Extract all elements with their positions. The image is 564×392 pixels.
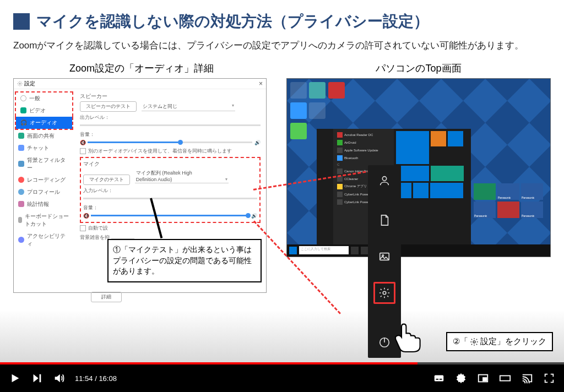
callout-1: ①「マイクテスト」が出来るという事はプライバシーの設定の問題である可能性がありま… xyxy=(107,239,262,282)
speaker-volume-slider[interactable]: 🔇🔊 xyxy=(80,139,261,146)
desktop-tile[interactable] xyxy=(474,183,496,200)
desktop-screenshot: Panasonic Panasonic Panasonic Panasonic … xyxy=(286,78,551,257)
right-caption: パソコンのTop画面 xyxy=(286,62,551,75)
start-menu-item[interactable]: Acrobat Reader DC xyxy=(335,131,392,139)
start-menu-item[interactable]: Apple Software Update xyxy=(335,146,392,154)
start-tile[interactable] xyxy=(430,183,463,198)
left-caption: Zoom設定の「オーディオ」詳細 xyxy=(13,62,270,75)
mic-volume-slider[interactable]: 🔇🔊 xyxy=(83,213,257,219)
mic-test-button[interactable]: マイクのテスト xyxy=(83,175,130,185)
speaker-section-title: スピーカー xyxy=(80,92,261,100)
taskbar-search[interactable]: ここに入力して検索 xyxy=(299,246,349,254)
slide-title: マイクを認識しない際の対処方法（プライバシー設定） xyxy=(36,11,429,32)
sidebar-item-stats[interactable]: 統計情報 xyxy=(14,198,74,210)
hand-pointer-icon xyxy=(390,317,429,356)
sidebar-item-shortcuts[interactable]: キーボードショートカット xyxy=(14,210,74,230)
desktop-tile[interactable]: Panasonic xyxy=(497,183,519,200)
start-tile[interactable] xyxy=(431,166,464,181)
sidebar-item-audio[interactable]: 🎧オーディオ xyxy=(16,117,72,129)
theater-button[interactable] xyxy=(499,372,511,384)
desktop-icon[interactable] xyxy=(309,82,326,99)
svg-rect-8 xyxy=(435,375,444,382)
mic-section-highlight: マイク マイクのテスト マイク配列 (Realtek High Definiti… xyxy=(80,157,261,223)
sidebar-item-recording[interactable]: レコーディング xyxy=(14,174,74,186)
svg-rect-14 xyxy=(500,375,510,380)
detail-button[interactable]: 詳細 xyxy=(91,292,122,302)
speaker-icon: 🔊 xyxy=(254,140,261,145)
taskbar: ここに入力して検索 xyxy=(287,244,550,257)
desktop-icon[interactable] xyxy=(290,123,307,139)
desktop-tile[interactable] xyxy=(497,202,519,218)
svg-rect-13 xyxy=(483,378,486,381)
video-player-controls: 11:54 / 16:08 xyxy=(0,362,564,392)
pictures-icon[interactable] xyxy=(373,246,395,268)
headphones-icon: 🎧 xyxy=(20,119,27,126)
sidebar-item-video[interactable]: ビデオ xyxy=(16,105,72,117)
output-level-slider xyxy=(80,122,261,129)
start-button[interactable] xyxy=(289,247,297,254)
progress-bar[interactable] xyxy=(0,362,564,364)
callout-2: ②「 設定」をクリック xyxy=(446,332,553,351)
fullscreen-button[interactable] xyxy=(543,372,555,384)
mic-device-select[interactable]: マイク配列 (Realtek High Definition Audio) xyxy=(135,169,229,183)
start-tile[interactable] xyxy=(448,131,463,146)
volume-button[interactable] xyxy=(53,372,65,384)
speaker-test-button[interactable]: スピーカーのテスト xyxy=(80,101,137,112)
svg-point-1 xyxy=(382,177,386,181)
subtitles-button[interactable] xyxy=(433,372,445,384)
sidebar-item-general[interactable]: 一般 xyxy=(16,92,72,105)
taskbar-icon[interactable] xyxy=(361,247,368,254)
sidebar-item-share[interactable]: 画面の共有 xyxy=(14,130,74,142)
title-square-icon xyxy=(13,13,30,30)
desktop-icon[interactable] xyxy=(290,102,307,119)
input-level-label: 入力レベル： xyxy=(83,187,257,194)
next-button[interactable] xyxy=(31,372,43,384)
cast-button[interactable] xyxy=(521,372,533,384)
svg-rect-10 xyxy=(440,379,442,380)
desktop-tile[interactable]: Panasonic xyxy=(474,202,496,218)
start-menu-item[interactable]: Bluetooth xyxy=(335,154,392,162)
desktop-icon[interactable] xyxy=(309,102,326,119)
speaker-icon: 🔇 xyxy=(80,140,86,145)
separate-audio-checkbox[interactable]: 別のオーディオデバイスを使用して、着信音を同時に鳴らします xyxy=(80,148,261,155)
mic-section-title: マイク xyxy=(83,160,257,168)
settings-button[interactable] xyxy=(455,372,467,384)
start-tile[interactable] xyxy=(431,131,446,146)
desktop-tile[interactable]: Panasonic xyxy=(521,202,543,218)
input-level-slider xyxy=(83,195,257,202)
svg-point-7 xyxy=(473,341,475,343)
taskbar-icon[interactable] xyxy=(351,247,359,254)
desktop-icon[interactable] xyxy=(328,82,345,99)
svg-point-4 xyxy=(383,291,386,295)
settings-icon-highlighted[interactable] xyxy=(373,282,395,304)
sidebar-item-chat[interactable]: チャット xyxy=(14,142,74,154)
desktop-tile[interactable]: Panasonic xyxy=(521,183,543,200)
window-title: 設定 xyxy=(24,80,35,88)
document-icon[interactable] xyxy=(373,209,395,231)
start-menu-item[interactable]: AirDroid xyxy=(335,139,392,146)
gear-icon xyxy=(470,337,479,346)
desktop-icon[interactable] xyxy=(290,82,307,99)
svg-rect-9 xyxy=(436,379,439,380)
start-tile[interactable] xyxy=(396,166,429,181)
play-button[interactable] xyxy=(9,372,21,384)
svg-point-0 xyxy=(19,83,21,84)
speaker-device-select[interactable]: システムと同じ xyxy=(142,102,235,111)
sidebar-item-profile[interactable]: プロフィール xyxy=(14,186,74,198)
auto-adjust-checkbox[interactable]: 自動で設 xyxy=(80,225,261,232)
user-icon[interactable] xyxy=(373,170,395,192)
time-display: 11:54 / 16:08 xyxy=(75,374,117,383)
close-icon[interactable]: × xyxy=(259,80,263,88)
start-tile[interactable] xyxy=(396,131,429,164)
sidebar-item-background[interactable]: 背景とフィルター xyxy=(14,154,74,174)
output-level-label: 出力レベル： xyxy=(80,114,261,121)
slide-subtitle: Zoomがマイクを認識している場合には、プライバシーの設定でアプリへのカメラの許… xyxy=(13,39,551,53)
sidebar-item-accessibility[interactable]: アクセシビリティ xyxy=(14,230,74,250)
settings-icon xyxy=(17,81,23,86)
start-tile[interactable] xyxy=(413,183,429,198)
settings-sidebar: 一般 ビデオ 🎧オーディオ 画面の共有 チャット 背景とフィルター レコーディン… xyxy=(14,89,74,293)
miniplayer-button[interactable] xyxy=(477,372,489,384)
